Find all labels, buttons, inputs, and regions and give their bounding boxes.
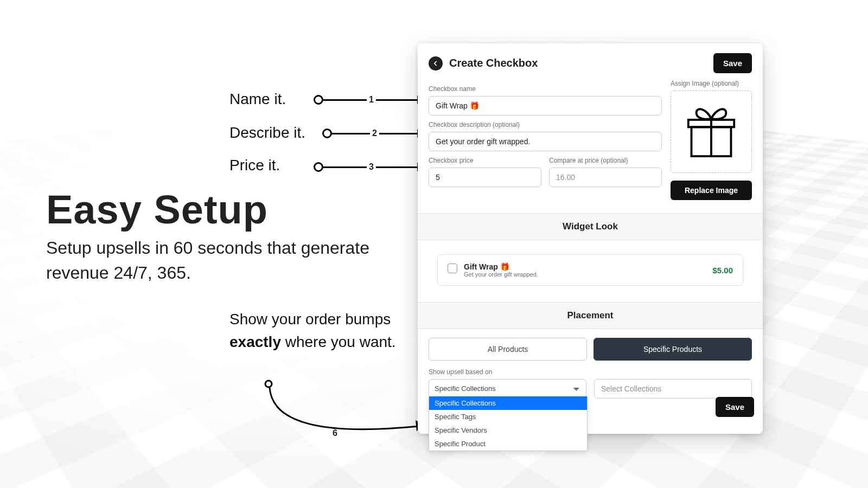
- assign-image-label: Assign Image (optional): [671, 80, 752, 87]
- connector-3: 3: [314, 160, 425, 174]
- panel-header: Create Checkbox Save: [418, 43, 763, 80]
- widget-title: Gift Wrap 🎁: [464, 262, 538, 271]
- connector-segment: [332, 133, 370, 134]
- widget-subtitle: Get your order gift wrapped.: [464, 271, 538, 278]
- panel-title: Create Checkbox: [449, 57, 538, 69]
- image-dropzone[interactable]: [671, 91, 752, 173]
- connector-segment: [323, 166, 367, 168]
- connector-2: 2: [322, 127, 425, 140]
- placement-lead: Show your order bumps: [229, 311, 391, 328]
- marketing-subline: Setup upsells in 60 seconds that generat…: [46, 235, 393, 286]
- step-2-label: Describe it.: [229, 124, 305, 142]
- step-1-label: Name it.: [229, 91, 286, 108]
- compare-price-label: Compare at price (optional): [549, 157, 662, 164]
- back-button[interactable]: [429, 56, 443, 70]
- checkbox-name-input[interactable]: [429, 96, 662, 115]
- marketing-block: Easy Setup Setup upsells in 60 seconds t…: [46, 190, 393, 286]
- tab-specific-products[interactable]: Specific Products: [593, 338, 752, 361]
- dropdown-option-specific-product[interactable]: Specific Product: [429, 437, 587, 451]
- show-upsell-based-on-label: Show upsell based on: [429, 368, 586, 376]
- connector-placement: [261, 377, 441, 447]
- widget-card: Gift Wrap 🎁 Get your order gift wrapped.…: [437, 254, 743, 286]
- checkbox-description-label: Checkbox description (optional): [429, 121, 662, 129]
- widget-look-section-header: Widget Look: [418, 213, 763, 240]
- connector-segment: [376, 166, 417, 168]
- arrow-left-icon: [432, 60, 439, 67]
- connector-number: 1: [369, 95, 374, 105]
- connector-segment: [379, 133, 417, 134]
- checkbox-price-label: Checkbox price: [429, 157, 541, 164]
- placement-bold: exactly: [229, 333, 281, 350]
- form-body: Checkbox name Checkbox description (opti…: [418, 80, 763, 213]
- widget-price: $5.00: [712, 266, 733, 275]
- replace-image-button[interactable]: Replace Image: [671, 181, 752, 200]
- tab-all-products[interactable]: All Products: [429, 338, 587, 361]
- connector-segment: [323, 99, 367, 101]
- widget-preview: Gift Wrap 🎁 Get your order gift wrapped.…: [418, 240, 763, 302]
- connector-origin-icon: [314, 162, 323, 172]
- checkbox-description-input[interactable]: [429, 132, 662, 151]
- connector-placement-number: 6: [333, 428, 337, 438]
- gift-box-icon: [685, 102, 737, 162]
- checkbox-price-input[interactable]: [429, 168, 541, 187]
- connector-origin-icon: [314, 95, 323, 105]
- show-upsell-based-on-select[interactable]: Specific Collections: [429, 379, 586, 398]
- show-upsell-dropdown: Specific Collections Specific Tags Speci…: [429, 396, 588, 451]
- placement-body: All Products Specific Products Show upse…: [418, 329, 763, 425]
- connector-segment: [376, 99, 417, 101]
- dropdown-option-specific-vendors[interactable]: Specific Vendors: [429, 423, 587, 437]
- connector-origin-icon: [322, 129, 332, 138]
- placement-tail: where you want.: [281, 333, 396, 350]
- save-button[interactable]: Save: [713, 53, 752, 73]
- widget-checkbox[interactable]: [448, 264, 457, 273]
- dropdown-option-specific-tags[interactable]: Specific Tags: [429, 410, 587, 423]
- connector-1: 1: [314, 93, 425, 106]
- connector-number: 2: [372, 129, 377, 138]
- save-button-footer[interactable]: Save: [716, 397, 754, 417]
- placement-section-header: Placement: [418, 302, 763, 329]
- create-checkbox-panel: Create Checkbox Save Checkbox name Check…: [418, 43, 763, 434]
- connector-number: 3: [369, 162, 374, 172]
- svg-point-0: [265, 381, 272, 387]
- marketing-headline: Easy Setup: [46, 190, 393, 230]
- step-placement-label: Show your order bumps exactly where you …: [229, 308, 403, 354]
- select-collections-input[interactable]: [594, 379, 752, 399]
- compare-price-input[interactable]: [549, 168, 662, 187]
- step-3-label: Price it.: [229, 157, 280, 174]
- dropdown-option-specific-collections[interactable]: Specific Collections: [429, 396, 587, 410]
- checkbox-name-label: Checkbox name: [429, 85, 662, 93]
